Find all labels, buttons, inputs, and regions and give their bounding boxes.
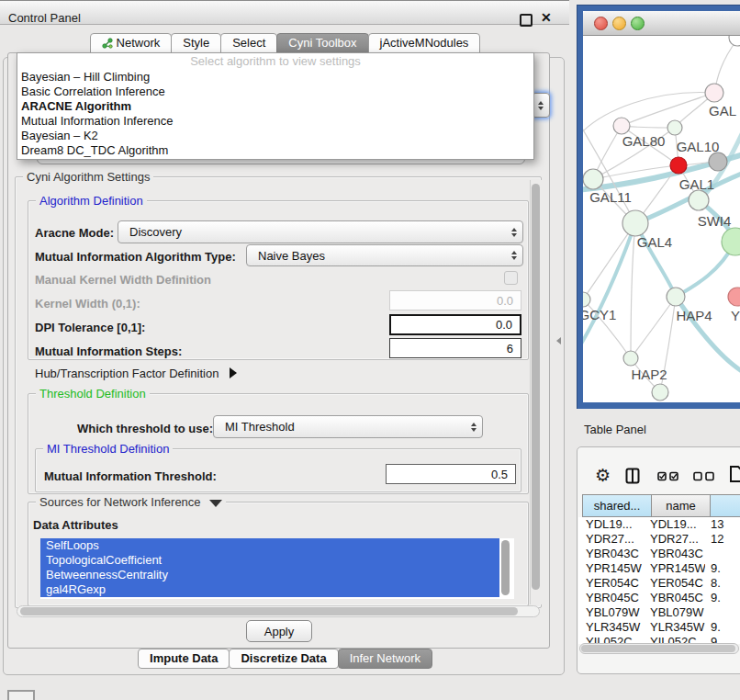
control-panel-tabs: NetworkStyleSelectCyni ToolboxjActiveMNo…: [0, 33, 569, 52]
dpi-tolerance-field[interactable]: 0.0: [389, 314, 521, 335]
checked-pair-icon[interactable]: [657, 471, 679, 481]
table-cell: YER054C: [578, 576, 645, 591]
node-gal80[interactable]: [613, 118, 630, 134]
attribute-item[interactable]: gal4RGexp: [40, 582, 499, 597]
node-gal4[interactable]: [622, 210, 648, 236]
node-gal1[interactable]: [670, 157, 687, 174]
attribute-item[interactable]: SelfLoops: [40, 538, 499, 553]
node-label-gal: GAL: [709, 103, 736, 119]
table-cell: 9.: [705, 591, 740, 605]
algorithm-option[interactable]: Basic Correlation Inference: [17, 85, 533, 99]
gear-icon[interactable]: ⚙: [595, 465, 611, 486]
settings-horizontal-scrollbar-thumb[interactable]: [20, 607, 518, 615]
table-cell: YBL079W: [578, 605, 645, 620]
node-gcy1[interactable]: [583, 292, 590, 307]
aracne-mode-select[interactable]: Discovery: [118, 220, 523, 243]
tab-discretize-data[interactable]: Discretize Data: [229, 649, 338, 669]
tab-select[interactable]: Select: [220, 33, 277, 53]
algorithm-dropdown-list: Select algorithm to view settings Bayesi…: [17, 52, 534, 160]
algorithm-option[interactable]: ARACNE Algorithm: [17, 99, 533, 114]
table-row[interactable]: YER054CYER054C8.: [578, 576, 740, 591]
table-row[interactable]: YPR145WYPR145W9.: [578, 561, 740, 576]
algorithm-option[interactable]: Mutual Information Inference: [17, 114, 533, 129]
close-icon[interactable]: ✕: [541, 10, 552, 25]
node[interactable]: [729, 36, 740, 46]
node-swi4[interactable]: [689, 190, 709, 210]
algorithm-option[interactable]: Bayesian – K2: [17, 129, 533, 143]
minimized-panel-icon[interactable]: [7, 690, 35, 700]
page-icon[interactable]: [729, 465, 740, 483]
node-label-gal1: GAL1: [679, 176, 714, 192]
mi-threshold-field[interactable]: 0.5: [386, 464, 516, 484]
column-header-name[interactable]: name: [651, 494, 710, 517]
tab-network[interactable]: Network: [90, 33, 173, 53]
apply-button[interactable]: Apply: [246, 620, 312, 642]
table-cell: YBR043C: [578, 547, 645, 561]
node-y[interactable]: [728, 288, 740, 306]
tab-jactivemnodules[interactable]: jActiveMNodules: [368, 33, 481, 53]
close-traffic-light-icon[interactable]: [594, 17, 608, 30]
node-label-y: Y: [731, 308, 740, 323]
data-attributes-label: Data Attributes: [33, 518, 118, 532]
algorithm-option[interactable]: Dream8 DC_TDC Algorithm: [17, 143, 533, 158]
settings-vertical-scrollbar-thumb[interactable]: [532, 184, 540, 590]
mi-steps-field[interactable]: 6: [389, 338, 521, 358]
tab-style[interactable]: Style: [171, 33, 221, 53]
network-canvas[interactable]: GALGAL80GAL10GAL1GAL11SWI4GAL4GCY1HAP4YH…: [583, 36, 740, 402]
which-threshold-select[interactable]: MI Threshold: [213, 415, 483, 438]
hub-definition-toggle[interactable]: Hub/Transcription Factor Definition: [35, 367, 237, 380]
table-row[interactable]: YBR045CYBR045C9.: [578, 591, 740, 605]
table-cell: YER054C: [645, 576, 705, 591]
stepper-arrows-icon: [538, 101, 544, 110]
table-cell: [705, 605, 740, 620]
attribute-item[interactable]: BetweennessCentrality: [40, 568, 499, 582]
zoom-traffic-light-icon[interactable]: [631, 17, 645, 30]
table-cell: 13: [705, 517, 740, 532]
tab-label: Infer Network: [350, 649, 420, 668]
manual-kernel-width-checkbox[interactable]: [504, 271, 518, 285]
table-cell: YDR27...: [645, 532, 705, 547]
kernel-width-label: Kernel Width (0,1):: [35, 297, 140, 310]
unchecked-pair-icon[interactable]: [693, 471, 715, 481]
node-label-gcy1: GCY1: [583, 307, 616, 322]
minimize-traffic-light-icon[interactable]: [612, 17, 626, 30]
algorithm-option[interactable]: Bayesian – Hill Climbing: [17, 70, 533, 85]
column-header-shared[interactable]: shared...: [582, 494, 651, 517]
node[interactable]: [722, 228, 740, 255]
inference-algorithm-combobox-stepper[interactable]: [532, 93, 550, 118]
tab-impute-data[interactable]: Impute Data: [138, 649, 230, 669]
split-pane-collapse-icon[interactable]: [556, 337, 561, 344]
mi-algorithm-type-select[interactable]: Naive Bayes: [246, 244, 523, 266]
float-window-icon[interactable]: [520, 14, 533, 27]
node-table[interactable]: YDL19...YDL19...13YDR27...YDR27...12YBR0…: [578, 517, 740, 644]
tab-label: jActiveMNodules: [380, 34, 469, 52]
network-window-titlebar[interactable]: [583, 11, 740, 36]
table-row[interactable]: YLR345WYLR345W9.: [578, 620, 740, 635]
table-row[interactable]: YDL19...YDL19...13: [578, 517, 740, 532]
node-gal[interactable]: [705, 84, 723, 102]
dpi-tolerance-label: DPI Tolerance [0,1]:: [35, 321, 145, 334]
table-row[interactable]: YBL079WYBL079W: [578, 605, 740, 620]
table-row[interactable]: YDR27...YDR27...12: [578, 532, 740, 547]
node-hap4[interactable]: [667, 288, 685, 306]
table-cell: YLR345W: [578, 620, 645, 635]
table-row[interactable]: YBR043CYBR043C: [578, 547, 740, 561]
node-hap2[interactable]: [623, 351, 638, 366]
mi-algorithm-type-value: Naive Bayes: [258, 249, 325, 263]
node-label-gal4: GAL4: [637, 234, 672, 250]
sources-title-text: Sources for Network Inference: [39, 495, 201, 509]
attribute-list-scrollbar-thumb[interactable]: [501, 540, 510, 595]
node-gal10[interactable]: [667, 120, 682, 135]
columns-icon[interactable]: [625, 468, 640, 484]
table-panel-title: Table Panel: [584, 423, 646, 436]
sources-group-title[interactable]: Sources for Network Inference: [36, 495, 226, 509]
node[interactable]: [652, 384, 668, 401]
tab-cyni-toolbox[interactable]: Cyni Toolbox: [276, 33, 368, 53]
attribute-item[interactable]: TopologicalCoefficient: [40, 553, 499, 568]
table-horizontal-scrollbar-thumb[interactable]: [581, 645, 735, 652]
column-header-partial[interactable]: [710, 494, 740, 517]
tab-label: Network: [117, 34, 161, 52]
node-gal11[interactable]: [583, 169, 603, 189]
tab-infer-network[interactable]: Infer Network: [338, 649, 432, 669]
node[interactable]: [709, 152, 727, 171]
